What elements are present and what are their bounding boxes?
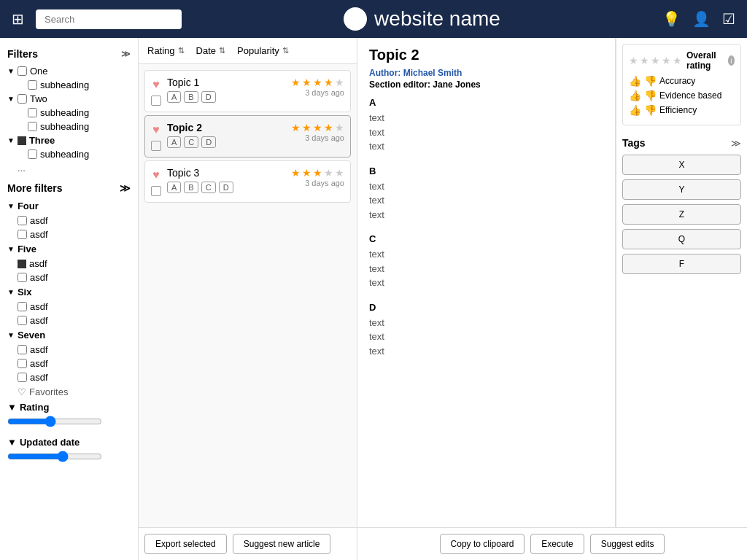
filter-label-four-2: asdf: [30, 229, 48, 240]
tag-B[interactable]: B: [184, 91, 198, 103]
filter-seven-1: asdf: [0, 343, 138, 357]
article-date-topic1: 3 days ago: [291, 88, 344, 97]
overall-star3[interactable]: ★: [651, 55, 660, 66]
checkbox-two[interactable]: [18, 94, 27, 104]
copy-to-clipboard-button[interactable]: Copy to clipoard: [440, 534, 525, 554]
group-seven[interactable]: ▼ Seven: [0, 327, 138, 343]
rating-slider[interactable]: [7, 416, 102, 427]
star5: ★: [335, 77, 344, 88]
checkbox-seven-3[interactable]: [18, 373, 27, 382]
search-input[interactable]: [36, 9, 182, 29]
thumbup-efficiency[interactable]: 👍: [629, 104, 641, 116]
sort-date-button[interactable]: Date ⇅: [196, 45, 225, 56]
group-five[interactable]: ▼ Five: [0, 241, 138, 257]
tag-D3[interactable]: D: [219, 182, 233, 193]
light-icon[interactable]: 💡: [662, 10, 681, 28]
checkbox-six-1[interactable]: [18, 302, 27, 311]
article-stars-topic1: ★ ★ ★ ★ ★: [291, 77, 344, 88]
article-tags-topic1: A B D: [167, 91, 285, 103]
export-selected-button[interactable]: Export selected: [144, 534, 227, 554]
checkbox-seven-2[interactable]: [18, 359, 27, 368]
checkbox-one-sub[interactable]: [28, 80, 37, 90]
checkbox-four-2[interactable]: [18, 230, 27, 239]
tag-X-button[interactable]: X: [622, 155, 741, 175]
tag-C3[interactable]: C: [201, 182, 216, 193]
heart-icon: ♡: [18, 386, 26, 397]
overall-star4[interactable]: ★: [662, 55, 671, 66]
check-icon[interactable]: ☑: [722, 10, 735, 28]
favorites-row[interactable]: ♡ Favorites: [0, 384, 138, 400]
overall-star2[interactable]: ★: [640, 55, 649, 66]
right-bottom: Copy to clipoard Execute Suggest edits: [357, 527, 747, 560]
article-date-topic2: 3 days ago: [291, 133, 344, 142]
tag-Q-button[interactable]: Q: [622, 229, 741, 249]
group-label-six: Six: [18, 287, 32, 298]
checkbox-topic1[interactable]: [151, 96, 161, 106]
tag-D2[interactable]: D: [201, 136, 216, 148]
execute-button[interactable]: Execute: [530, 534, 584, 554]
tag-D[interactable]: D: [201, 91, 216, 103]
tags-chevron-icon[interactable]: ≫: [731, 138, 741, 149]
article-card-topic2[interactable]: ♥ Topic 2 A C D ★ ★: [144, 115, 351, 158]
tree-label-two-sub2: subheading: [40, 121, 89, 132]
favorites-label: Favorites: [29, 386, 68, 397]
sort-rating-button[interactable]: Rating ⇅: [147, 45, 185, 56]
filters-chevron-icon[interactable]: ≫: [121, 49, 131, 59]
tag-Z-button[interactable]: Z: [622, 204, 741, 225]
tree-item-three[interactable]: ▼ Three: [0, 133, 138, 147]
sort-popularity-button[interactable]: Popularity ⇅: [237, 45, 289, 56]
tree-item-two[interactable]: ▼ Two: [0, 92, 138, 106]
checkbox-two-sub2[interactable]: [28, 122, 37, 131]
checkbox-topic2[interactable]: [151, 141, 161, 151]
checkbox-four-1[interactable]: [18, 216, 27, 225]
menu-icon[interactable]: ⊞: [12, 10, 24, 28]
tag-C2[interactable]: C: [184, 136, 198, 148]
tree-item-one[interactable]: ▼ One: [0, 64, 138, 78]
tree-label-two: Two: [30, 93, 47, 104]
thumbup-accuracy[interactable]: 👍: [629, 75, 641, 87]
info-icon[interactable]: i: [728, 55, 735, 66]
article-tags-topic3: A B C D: [167, 182, 285, 193]
more-filters-chevron-icon[interactable]: ≫: [120, 182, 131, 194]
group-label-four: Four: [18, 201, 39, 211]
checkbox-five-2[interactable]: [18, 273, 27, 282]
tag-Y-button[interactable]: Y: [622, 179, 741, 200]
article-card-topic3[interactable]: ♥ Topic 3 A B C D ★: [144, 160, 351, 203]
tag-A2[interactable]: A: [167, 136, 181, 148]
checkbox-seven-1[interactable]: [18, 345, 27, 354]
suggest-new-article-button[interactable]: Suggest new article: [233, 534, 331, 554]
tree-label-three-sub: subheading: [40, 149, 89, 160]
group-label-seven: Seven: [18, 330, 45, 341]
thumbdown-evidence[interactable]: 👎: [644, 90, 657, 101]
group-four[interactable]: ▼ Four: [0, 198, 138, 214]
star1: ★: [291, 122, 301, 133]
checkbox-topic3[interactable]: [151, 186, 161, 196]
suggest-edits-button[interactable]: Suggest edits: [590, 534, 665, 554]
overall-star5[interactable]: ★: [673, 55, 682, 66]
checkbox-two-sub1[interactable]: [28, 108, 37, 117]
checkbox-six-2[interactable]: [18, 316, 27, 325]
updated-date-section: ▼ Updated date: [0, 435, 138, 470]
thumbdown-accuracy[interactable]: 👎: [644, 75, 657, 87]
checkbox-one[interactable]: [18, 66, 27, 76]
thumbdown-efficiency[interactable]: 👎: [644, 104, 657, 116]
tag-A[interactable]: A: [167, 91, 181, 103]
favorite-icon-topic3[interactable]: ♥: [152, 168, 160, 182]
checkbox-three-sub[interactable]: [28, 149, 37, 159]
tag-A3[interactable]: A: [167, 182, 181, 193]
overall-star1[interactable]: ★: [629, 55, 638, 66]
favorite-icon-topic2[interactable]: ♥: [152, 123, 160, 136]
thumbup-evidence[interactable]: 👍: [629, 90, 641, 101]
article-detail: Topic 2 Author: Michael Smith Section ed…: [357, 38, 747, 527]
filter-label-four-1: asdf: [30, 215, 48, 226]
checkbox-five-1-filled[interactable]: [18, 260, 26, 268]
checkbox-three-filled[interactable]: [18, 136, 26, 145]
star4: ★: [324, 122, 333, 133]
tag-F-button[interactable]: F: [622, 254, 741, 274]
article-card-topic1[interactable]: ♥ Topic 1 A B D ★ ★: [144, 70, 351, 112]
updated-date-slider[interactable]: [7, 451, 102, 462]
tag-B3[interactable]: B: [184, 182, 198, 193]
user-icon[interactable]: 👤: [692, 10, 711, 28]
favorite-icon-topic1[interactable]: ♥: [152, 78, 160, 91]
group-six[interactable]: ▼ Six: [0, 284, 138, 300]
